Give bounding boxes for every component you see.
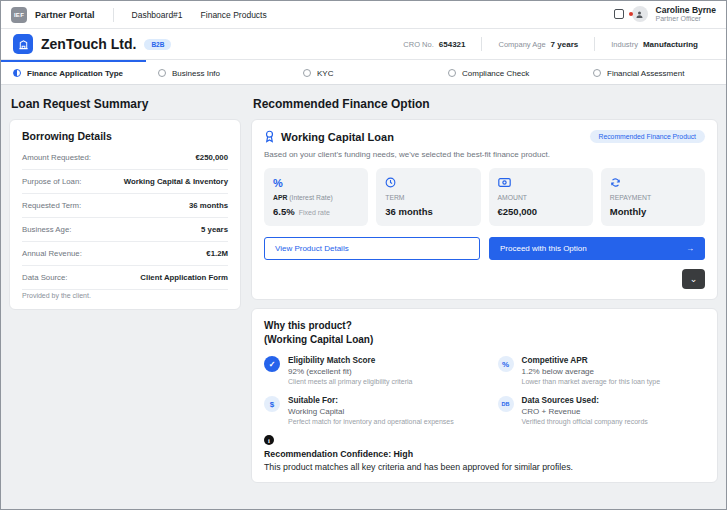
left-panel-title: Loan Request Summary [11,97,241,111]
right-panel-title: Recommended Finance Option [253,97,718,111]
proceed-button[interactable]: Proceed with this Option → [489,237,705,260]
row-label: Purpose of Loan: [22,177,81,186]
why-item-note: Perfect match for inventory and operatio… [288,418,454,425]
nav-item-finance-products[interactable]: Finance Products [201,10,267,20]
brand-title: Partner Portal [35,10,95,20]
row-label: Data Source: [22,273,68,282]
row-value: €1.2M [206,249,228,258]
empty-circle-icon [303,69,311,77]
award-ribbon-icon [264,130,275,143]
row-value: €250,000 [195,153,228,162]
step-label: KYC [317,69,333,78]
product-card: Working Capital Loan Recommended Finance… [251,119,718,300]
footnote: Provided by the client. [22,292,228,299]
database-circle-icon: DB [498,396,514,412]
stat-tiles: % APR (Interest Rate) 6.5%Fixed rate TER… [264,168,705,226]
why-item-eligibility: ✓ Eligibility Match Score 92% (excellent… [264,356,472,385]
row-label: Requested Term: [22,201,81,210]
row-value: 5 years [201,225,228,234]
step-compliance-check[interactable]: Compliance Check [436,60,581,84]
tile-value: €250,000 [498,206,538,217]
meta-company-age: Company Age 7 years [482,40,594,49]
why-grid: ✓ Eligibility Match Score 92% (excellent… [264,356,705,425]
row-value: 36 months [189,201,228,210]
tile-value: Monthly [610,206,646,217]
client-header: ZenTouch Ltd. B2B CRO No. 654321 Company… [1,29,726,60]
tile-value-note: Fixed rate [299,209,330,216]
meta-value: Manufacturing [643,40,698,49]
why-item-title: Suitable For: [288,396,454,405]
tile-label: REPAYMENT [610,194,696,201]
tile-label: APR (Interest Rate) [273,194,359,201]
tile-value: 6.5% [273,206,295,217]
b2b-badge: B2B [144,39,171,50]
why-title-line2: (Working Capital Loan) [264,333,705,347]
percent-icon: % [273,176,359,189]
row-value: Working Capital & Inventory [124,177,228,186]
why-item-title: Eligibility Match Score [288,356,412,365]
company-name: ZenTouch Ltd. [41,36,136,52]
confidence-text: This product matches all key criteria an… [264,462,705,472]
scroll-down-button[interactable]: ⌄ [682,269,705,289]
recommended-badge: Recommended Finance Product [590,130,705,143]
client-identity: ZenTouch Ltd. B2B [13,34,171,54]
nav-item-dashboard[interactable]: Dashboard#1 [132,10,183,20]
row-label: Amount Requested: [22,153,91,162]
product-title-group: Working Capital Loan [264,130,394,143]
why-item-title: Competitive APR [522,356,661,365]
why-item-note: Lower than market average for this loan … [522,378,661,385]
empty-circle-icon [448,69,456,77]
step-business-info[interactable]: Business Info [146,60,291,84]
why-item-value: 1.2% below average [522,367,661,376]
stat-tile-repayment: REPAYMENT Monthly [601,168,705,226]
stat-tile-amount: AMOUNT €250,000 [489,168,593,226]
tile-label: AMOUNT [498,194,584,201]
why-this-product-card: Why this product? (Working Capital Loan)… [251,308,718,483]
client-meta: CRO No. 654321 Company Age 7 years Indus… [387,37,714,51]
meta-value: 654321 [439,40,466,49]
why-item-value: 92% (excellent fit) [288,367,412,376]
why-item-value: CRO + Revenue [522,407,648,416]
product-description: Based on your client's funding needs, we… [264,150,705,159]
product-card-header: Working Capital Loan Recommended Finance… [264,130,705,143]
divider [113,8,114,22]
app-window: IEF Partner Portal Dashboard#1 Finance P… [0,0,727,510]
user-info: Caroline Byrne Partner Officer [656,5,716,24]
detail-row-amount-requested: Amount Requested: €250,000 [22,146,228,170]
avatar[interactable] [632,6,648,22]
view-product-details-button[interactable]: View Product Details [264,237,480,260]
user-name: Caroline Byrne [656,5,716,15]
why-title-line1: Why this product? [264,319,705,333]
detail-row-annual-revenue: Annual Revenue: €1.2M [22,242,228,266]
why-card-title: Why this product? (Working Capital Loan) [264,319,705,346]
clock-icon [385,176,471,189]
why-item-suitable-for: $ Suitable For: Working Capital Perfect … [264,396,472,425]
ief-logo-icon: IEF [11,7,27,23]
user-role: Partner Officer [656,15,716,23]
why-item-competitive-apr: % Competitive APR 1.2% below average Low… [498,356,706,385]
step-finance-application-type[interactable]: Finance Application Type [1,60,146,84]
percent-circle-icon: % [498,356,514,372]
top-bar-right: Caroline Byrne Partner Officer [614,5,716,24]
meta-label: Company Age [498,40,545,49]
why-item-title: Data Sources Used: [522,396,648,405]
step-financial-assessment[interactable]: Financial Assessment [581,60,726,84]
meta-label: Industry [611,40,638,49]
half-filled-circle-icon [13,69,21,77]
detail-row-business-age: Business Age: 5 years [22,218,228,242]
confidence-footer: i Recommendation Confidence: High This p… [264,435,705,472]
tile-label-strong: APR [273,194,287,201]
tile-label: TERM [385,194,471,201]
step-label: Compliance Check [462,69,529,78]
why-item-value: Working Capital [288,407,454,416]
row-value: Client Application Form [140,273,228,282]
detail-row-purpose-of-loan: Purpose of Loan: Working Capital & Inven… [22,170,228,194]
info-icon: i [264,435,274,445]
why-item-note: Verified through official company record… [522,418,648,425]
step-kyc[interactable]: KYC [291,60,436,84]
refresh-icon [610,176,696,189]
check-circle-icon: ✓ [264,356,280,372]
product-name: Working Capital Loan [281,131,394,143]
layout-square-icon[interactable] [614,9,624,19]
borrowing-details-card: Borrowing Details Amount Requested: €250… [9,119,241,310]
